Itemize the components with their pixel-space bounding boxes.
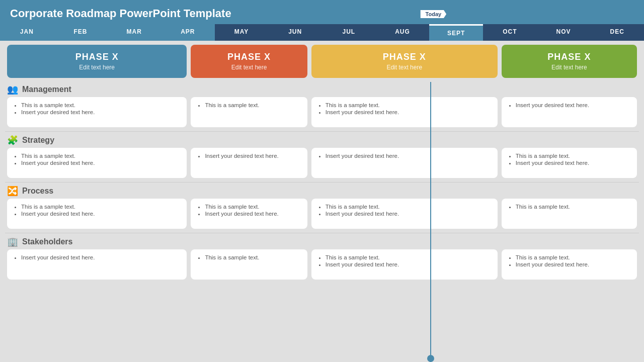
section-card-0-0[interactable]: This is a sample text.Insert your desire… xyxy=(7,97,187,127)
month-cell-aug: AUG xyxy=(376,24,430,41)
section-card-3-3[interactable]: This is a sample text.Insert your desire… xyxy=(502,249,637,280)
months-row: JANFEBMARAPRMAYJUNJULAUGSEPTOCTNOVDEC xyxy=(0,24,644,41)
card-item: This is a sample text. xyxy=(516,254,631,260)
month-cell-dec: DEC xyxy=(590,24,644,41)
month-cell-jun: JUN xyxy=(268,24,322,41)
card-item: Insert your desired text here. xyxy=(205,211,301,217)
section-card-0-1[interactable]: This is a sample text. xyxy=(191,97,307,127)
section-name-3: Stakeholders xyxy=(22,237,72,246)
section-card-2-1[interactable]: This is a sample text.Insert your desire… xyxy=(191,199,307,229)
card-item: This is a sample text. xyxy=(21,204,181,210)
section-cards-row-3: Insert your desired text here.This is a … xyxy=(5,249,639,280)
card-item: This is a sample text. xyxy=(205,102,301,108)
section-card-0-3[interactable]: Insert your desired text here. xyxy=(502,97,637,127)
card-item: This is a sample text. xyxy=(205,204,301,210)
month-cell-jul: JUL xyxy=(322,24,376,41)
card-item: Insert your desired text here. xyxy=(326,261,492,267)
phase-title-1: PHASE X xyxy=(196,52,302,62)
section-icon-2: 🔀 xyxy=(7,186,18,197)
section-icon-1: 🧩 xyxy=(7,135,18,146)
today-flag-label: Today xyxy=(421,10,447,18)
section-card-3-1[interactable]: This is a sample text. xyxy=(191,249,307,280)
month-cell-jan: JAN xyxy=(0,24,54,41)
month-cell-nov: NOV xyxy=(537,24,591,41)
section-cards-row-2: This is a sample text.Insert your desire… xyxy=(5,199,639,229)
phase-card-1: PHASE X Edit text here xyxy=(191,45,307,78)
month-cell-oct: OCT xyxy=(483,24,537,41)
section-name-0: Management xyxy=(22,85,71,94)
phase-card-0: PHASE X Edit text here xyxy=(7,45,187,78)
card-item: Insert your desired text here. xyxy=(326,109,492,115)
phase-subtitle-1: Edit text here xyxy=(196,64,302,71)
page-title: Corporate Roadmap PowerPoint Template xyxy=(0,0,644,24)
section-process: 🔀 Process This is a sample text.Insert y… xyxy=(0,184,644,232)
months-wrapper: Today JANFEBMARAPRMAYJUNJULAUGSEPTOCTNOV… xyxy=(0,24,644,41)
section-card-2-3[interactable]: This is a sample text. xyxy=(502,199,637,229)
month-cell-apr: APR xyxy=(161,24,215,41)
phase-subtitle-2: Edit text here xyxy=(316,64,493,71)
section-divider-0 xyxy=(5,131,639,132)
title-text: Corporate Roadmap PowerPoint Template xyxy=(10,7,231,20)
card-item: This is a sample text. xyxy=(326,254,492,260)
phase-subtitle-3: Edit text here xyxy=(507,64,632,71)
section-card-2-2[interactable]: This is a sample text.Insert your desire… xyxy=(311,199,498,229)
phases-row: PHASE X Edit text here PHASE X Edit text… xyxy=(0,41,644,82)
section-strategy: 🧩 Strategy This is a sample text.Insert … xyxy=(0,133,644,181)
section-card-3-2[interactable]: This is a sample text.Insert your desire… xyxy=(311,249,498,280)
section-stakeholders: 🏢 Stakeholders Insert your desired text … xyxy=(0,234,644,283)
card-item: Insert your desired text here. xyxy=(21,160,181,166)
card-item: This is a sample text. xyxy=(516,153,631,159)
content-area: PHASE X Edit text here PHASE X Edit text… xyxy=(0,41,644,362)
card-item: This is a sample text. xyxy=(205,254,301,260)
content-wrapper: 👥 Management This is a sample text.Inser… xyxy=(0,82,644,362)
phase-title-0: PHASE X xyxy=(12,52,182,62)
card-item: This is a sample text. xyxy=(21,153,181,159)
section-card-1-0[interactable]: This is a sample text.Insert your desire… xyxy=(7,148,187,178)
section-header-management: 👥 Management xyxy=(5,82,639,97)
section-divider-1 xyxy=(5,182,639,183)
card-item: Insert your desired text here. xyxy=(326,153,492,159)
section-header-strategy: 🧩 Strategy xyxy=(5,133,639,148)
card-item: This is a sample text. xyxy=(21,102,181,108)
month-cell-may: MAY xyxy=(215,24,269,41)
section-card-0-2[interactable]: This is a sample text.Insert your desire… xyxy=(311,97,498,127)
card-item: This is a sample text. xyxy=(326,204,492,210)
section-cards-row-1: This is a sample text.Insert your desire… xyxy=(5,148,639,178)
section-card-2-0[interactable]: This is a sample text.Insert your desire… xyxy=(7,199,187,229)
card-item: This is a sample text. xyxy=(326,102,492,108)
card-item: Insert your desired text here. xyxy=(516,160,631,166)
card-item: Insert your desired text here. xyxy=(21,211,181,217)
section-header-process: 🔀 Process xyxy=(5,184,639,199)
section-management: 👥 Management This is a sample text.Inser… xyxy=(0,82,644,130)
card-item: Insert your desired text here. xyxy=(21,254,181,260)
section-card-1-1[interactable]: Insert your desired text here. xyxy=(191,148,307,178)
section-name-1: Strategy xyxy=(22,136,54,145)
card-item: Insert your desired text here. xyxy=(326,211,492,217)
phase-card-3: PHASE X Edit text here xyxy=(502,45,637,78)
today-circle xyxy=(427,355,434,362)
month-cell-mar: MAR xyxy=(107,24,161,41)
section-card-3-0[interactable]: Insert your desired text here. xyxy=(7,249,187,280)
phase-title-2: PHASE X xyxy=(316,52,493,62)
card-item: Insert your desired text here. xyxy=(205,153,301,159)
card-item: Insert your desired text here. xyxy=(21,109,181,115)
month-cell-feb: FEB xyxy=(54,24,108,41)
section-icon-0: 👥 xyxy=(7,84,18,95)
section-header-stakeholders: 🏢 Stakeholders xyxy=(5,234,639,249)
card-item: This is a sample text. xyxy=(516,204,631,210)
phase-subtitle-0: Edit text here xyxy=(12,64,182,71)
section-cards-row-0: This is a sample text.Insert your desire… xyxy=(5,97,639,127)
section-card-1-3[interactable]: This is a sample text.Insert your desire… xyxy=(502,148,637,178)
section-name-2: Process xyxy=(22,187,53,196)
phase-title-3: PHASE X xyxy=(507,52,632,62)
sections-wrapper: 👥 Management This is a sample text.Inser… xyxy=(0,82,644,285)
today-flag: Today xyxy=(421,10,447,18)
phase-card-2: PHASE X Edit text here xyxy=(311,45,498,78)
month-cell-sept: SEPT xyxy=(429,24,483,41)
card-item: Insert your desired text here. xyxy=(516,261,631,267)
section-divider-2 xyxy=(5,233,639,233)
card-item: Insert your desired text here. xyxy=(516,102,631,108)
main-container: Corporate Roadmap PowerPoint Template To… xyxy=(0,0,644,362)
section-card-1-2[interactable]: Insert your desired text here. xyxy=(311,148,498,178)
section-icon-3: 🏢 xyxy=(7,236,18,247)
